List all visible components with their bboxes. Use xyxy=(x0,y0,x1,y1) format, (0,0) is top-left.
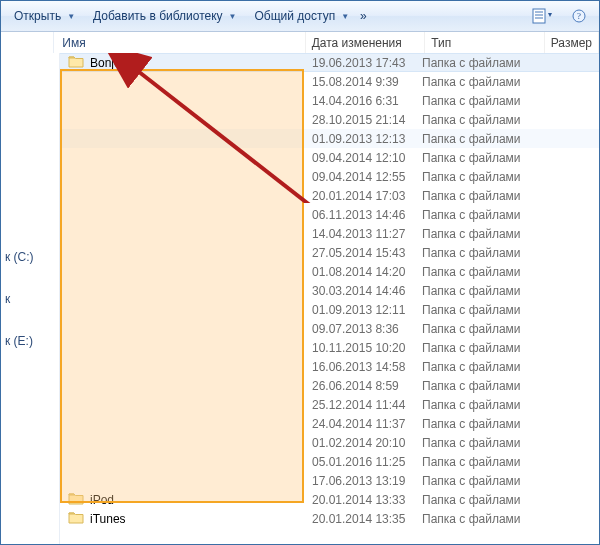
table-row[interactable]: 28.10.2015 21:14Папка с файлами xyxy=(60,110,599,129)
cell-date: 28.10.2015 21:14 xyxy=(312,113,422,127)
table-row[interactable]: 10.11.2015 10:20Папка с файлами xyxy=(60,338,599,357)
table-row[interactable]: 09.04.2014 12:10Папка с файлами xyxy=(60,148,599,167)
cell-type: Папка с файлами xyxy=(422,94,532,108)
column-header: Имя Дата изменения Тип Размер xyxy=(1,32,599,55)
help-button[interactable]: ? xyxy=(565,6,593,26)
cell-date: 09.07.2013 8:36 xyxy=(312,322,422,336)
table-row[interactable]: 30.03.2014 14:46Папка с файлами xyxy=(60,281,599,300)
column-header-size[interactable]: Размер xyxy=(545,32,599,54)
chevron-down-icon: ▼ xyxy=(229,12,237,21)
table-row[interactable]: 20.01.2014 17:03Папка с файлами xyxy=(60,186,599,205)
table-row[interactable]: 24.04.2014 11:37Папка с файлами xyxy=(60,414,599,433)
table-row[interactable]: 09.07.2013 8:36Папка с файлами xyxy=(60,319,599,338)
cell-date: 14.04.2016 6:31 xyxy=(312,94,422,108)
cell-date: 10.11.2015 10:20 xyxy=(312,341,422,355)
cell-date: 01.08.2014 14:20 xyxy=(312,265,422,279)
sidebar-item[interactable]: к (C:) xyxy=(5,250,59,264)
cell-type: Папка с файлами xyxy=(422,170,532,184)
cell-date: 20.01.2014 13:33 xyxy=(312,493,422,507)
help-icon: ? xyxy=(572,9,586,23)
table-row[interactable]: 09.04.2014 12:55Папка с файлами xyxy=(60,167,599,186)
cell-date: 20.01.2014 13:35 xyxy=(312,512,422,526)
table-row[interactable]: 25.12.2014 11:44Папка с файлами xyxy=(60,395,599,414)
cell-date: 24.04.2014 11:37 xyxy=(312,417,422,431)
table-row[interactable]: 26.06.2014 8:59Папка с файлами xyxy=(60,376,599,395)
cell-date: 30.03.2014 14:46 xyxy=(312,284,422,298)
cell-date: 17.06.2013 13:19 xyxy=(312,474,422,488)
table-row[interactable]: 16.06.2013 14:58Папка с файлами xyxy=(60,357,599,376)
table-row[interactable]: 01.09.2013 12:13Папка с файлами xyxy=(60,129,599,148)
svg-text:?: ? xyxy=(577,11,581,21)
cell-date: 14.04.2013 11:27 xyxy=(312,227,422,241)
file-list[interactable]: Bonjour19.06.2013 17:43Папка с файлами15… xyxy=(60,53,599,544)
cell-type: Папка с файлами xyxy=(422,132,532,146)
cell-type: Папка с файлами xyxy=(422,56,532,70)
table-row[interactable]: 01.02.2014 20:10Папка с файлами xyxy=(60,433,599,452)
cell-date: 27.05.2014 15:43 xyxy=(312,246,422,260)
cell-type: Папка с файлами xyxy=(422,341,532,355)
file-name: iPod xyxy=(90,493,114,507)
cell-type: Папка с файлами xyxy=(422,474,532,488)
cell-type: Папка с файлами xyxy=(422,303,532,317)
table-row[interactable]: iPod20.01.2014 13:33Папка с файлами xyxy=(60,490,599,509)
cell-type: Папка с файлами xyxy=(422,227,532,241)
cell-date: 26.06.2014 8:59 xyxy=(312,379,422,393)
table-row[interactable]: 17.06.2013 13:19Папка с файлами xyxy=(60,471,599,490)
cell-date: 15.08.2014 9:39 xyxy=(312,75,422,89)
file-name: iTunes xyxy=(90,512,126,526)
column-header-type[interactable]: Тип xyxy=(425,32,545,54)
chevron-down-icon: ▼ xyxy=(67,12,75,21)
table-row[interactable]: 01.09.2013 12:11Папка с файлами xyxy=(60,300,599,319)
table-row[interactable]: 01.08.2014 14:20Папка с файлами xyxy=(60,262,599,281)
table-row[interactable]: 06.11.2013 14:46Папка с файлами xyxy=(60,205,599,224)
table-row[interactable]: 27.05.2014 15:43Папка с файлами xyxy=(60,243,599,262)
share-label: Общий доступ xyxy=(255,9,336,23)
cell-date: 09.04.2014 12:55 xyxy=(312,170,422,184)
cell-name: iTunes xyxy=(60,510,312,527)
svg-rect-0 xyxy=(533,9,545,23)
share-button[interactable]: Общий доступ ▼ xyxy=(248,6,357,26)
cell-name: Bonjour xyxy=(60,54,312,71)
cell-type: Папка с файлами xyxy=(422,398,532,412)
open-button[interactable]: Открыть ▼ xyxy=(7,6,82,26)
cell-date: 16.06.2013 14:58 xyxy=(312,360,422,374)
toolbar: Открыть ▼ Добавить в библиотеку ▼ Общий … xyxy=(1,1,599,32)
table-row[interactable]: 05.01.2016 11:25Папка с файлами xyxy=(60,452,599,471)
table-row[interactable]: 14.04.2016 6:31Папка с файлами xyxy=(60,91,599,110)
cell-type: Папка с файлами xyxy=(422,151,532,165)
cell-date: 01.02.2014 20:10 xyxy=(312,436,422,450)
cell-type: Папка с файлами xyxy=(422,189,532,203)
cell-date: 01.09.2013 12:11 xyxy=(312,303,422,317)
folder-icon xyxy=(68,54,84,71)
cell-date: 01.09.2013 12:13 xyxy=(312,132,422,146)
column-header-date[interactable]: Дата изменения xyxy=(306,32,426,54)
cell-type: Папка с файлами xyxy=(422,284,532,298)
views-button[interactable] xyxy=(525,4,561,28)
table-row[interactable]: 15.08.2014 9:39Папка с файлами xyxy=(60,72,599,91)
cell-type: Папка с файлами xyxy=(422,493,532,507)
column-header-name[interactable]: Имя xyxy=(54,32,305,54)
views-icon xyxy=(532,7,554,25)
cell-date: 20.01.2014 17:03 xyxy=(312,189,422,203)
cell-date: 05.01.2016 11:25 xyxy=(312,455,422,469)
file-name: Bonjour xyxy=(90,56,131,70)
table-row[interactable]: Bonjour19.06.2013 17:43Папка с файлами xyxy=(60,53,599,72)
cell-type: Папка с файлами xyxy=(422,246,532,260)
explorer-window: Открыть ▼ Добавить в библиотеку ▼ Общий … xyxy=(0,0,600,545)
cell-type: Папка с файлами xyxy=(422,113,532,127)
sidebar-item[interactable]: к xyxy=(5,292,59,306)
cell-date: 19.06.2013 17:43 xyxy=(312,56,422,70)
cell-type: Папка с файлами xyxy=(422,322,532,336)
sidebar-item[interactable]: к (E:) xyxy=(5,334,59,348)
cell-date: 25.12.2014 11:44 xyxy=(312,398,422,412)
cell-type: Папка с файлами xyxy=(422,360,532,374)
cell-type: Папка с файлами xyxy=(422,265,532,279)
chevron-down-icon: ▼ xyxy=(341,12,349,21)
table-row[interactable]: iTunes20.01.2014 13:35Папка с файлами xyxy=(60,509,599,528)
cell-date: 09.04.2014 12:10 xyxy=(312,151,422,165)
cell-type: Папка с файлами xyxy=(422,512,532,526)
more-commands-icon[interactable]: » xyxy=(360,9,367,23)
add-to-library-button[interactable]: Добавить в библиотеку ▼ xyxy=(86,6,243,26)
table-row[interactable]: 14.04.2013 11:27Папка с файлами xyxy=(60,224,599,243)
cell-name: iPod xyxy=(60,491,312,508)
